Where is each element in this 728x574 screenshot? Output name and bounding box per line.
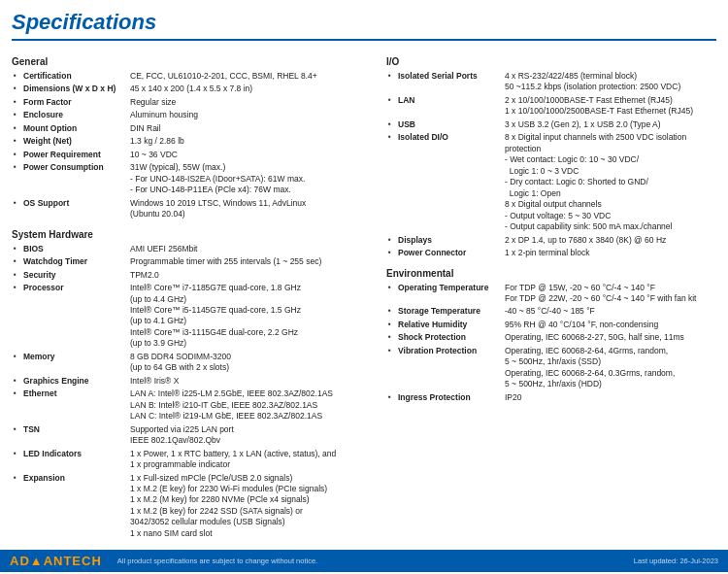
spec-value: 95% RH @ 40 °C/104 °F, non-condensing (503, 319, 716, 331)
bullet-icon: ▪ (12, 243, 21, 255)
bullet-icon: ▪ (386, 305, 396, 318)
section-environmental: Environmental (386, 268, 716, 279)
spec-row: ▪Isolated Serial Ports4 x RS-232/422/485… (386, 70, 716, 94)
bullet-icon: ▪ (12, 351, 21, 375)
spec-row: ▪TSNSupported via i225 LAN port IEEE 802… (12, 423, 371, 448)
spec-row: ▪Vibration ProtectionOperating, IEC 6006… (386, 345, 716, 391)
spec-label: Form Factor (21, 96, 128, 109)
spec-label: Expansion (21, 472, 128, 541)
environmental-table: ▪Operating TemperatureFor TDP @ 15W, -20… (386, 282, 716, 405)
spec-row: ▪Ingress ProtectionIP20 (386, 391, 716, 404)
spec-label: Dimensions (W x D x H) (21, 83, 128, 95)
main-content: General ▪CertificationCE, FCC, UL61010-2… (12, 49, 716, 540)
bullet-icon: ▪ (386, 282, 396, 306)
spec-row: ▪LAN2 x 10/100/1000BASE-T Fast Ethernet … (386, 94, 716, 118)
spec-label: Security (21, 269, 128, 282)
spec-row: ▪EnclosureAluminum housing (12, 109, 371, 121)
spec-label: Watchdog Timer (21, 255, 128, 268)
spec-row: ▪Isolated DI/O8 x Digital input channels… (386, 131, 716, 233)
spec-label: Memory (21, 351, 128, 375)
spec-label: Graphics Engine (21, 375, 128, 388)
page-container: Specifications General ▪CertificationCE,… (0, 0, 728, 540)
bullet-icon: ▪ (12, 448, 21, 472)
spec-value: 3 x USB 3.2 (Gen 2), 1 x USB 2.0 (Type A… (503, 118, 716, 131)
spec-label: Operating Temperature (396, 282, 503, 306)
bullet-icon: ▪ (12, 388, 21, 422)
bullet-icon: ▪ (12, 375, 21, 388)
section-io: I/O (386, 56, 716, 67)
spec-label: Isolated DI/O (396, 131, 503, 233)
spec-value: 1 x Power, 1 x RTC battery, 1 x LAN (act… (128, 448, 371, 472)
spec-label: Mount Option (21, 122, 128, 135)
spec-value: 2 x 10/100/1000BASE-T Fast Ethernet (RJ4… (503, 94, 716, 118)
spec-label: Power Connector (396, 247, 503, 259)
spec-label: Weight (Net) (21, 135, 128, 148)
spec-label: Isolated Serial Ports (396, 70, 503, 94)
spec-value: 1 x 2-pin terminal block (503, 247, 716, 259)
footer-logo: AD▲ANTECH (10, 554, 102, 568)
footer-note: All product specifications are subject t… (108, 557, 634, 565)
spec-label: Relative Humidity (396, 319, 503, 331)
bullet-icon: ▪ (386, 331, 396, 344)
spec-label: Shock Protection (396, 331, 503, 344)
spec-label: Power Consumption (21, 161, 128, 196)
spec-value: 1 x Full-sized mPCle (PCle/USB 2.0 signa… (128, 472, 371, 541)
spec-label: USB (396, 118, 503, 131)
system-hardware-table: ▪BIOSAMI UEFI 256Mbit▪Watchdog TimerProg… (12, 243, 371, 541)
footer-logo-brand: ▲ (30, 554, 44, 568)
spec-label: BIOS (21, 243, 128, 255)
spec-row: ▪BIOSAMI UEFI 256Mbit (12, 243, 371, 255)
spec-row: ▪Storage Temperature-40 ~ 85 °C/-40 ~ 18… (386, 305, 716, 318)
io-table: ▪Isolated Serial Ports4 x RS-232/422/485… (386, 70, 716, 260)
bullet-icon: ▪ (12, 255, 21, 268)
bullet-icon: ▪ (386, 94, 396, 118)
spec-value: For TDP @ 15W, -20 ~ 60 °C/-4 ~ 140 °F F… (503, 282, 716, 306)
spec-row: ▪Relative Humidity95% RH @ 40 °C/104 °F,… (386, 319, 716, 331)
bullet-icon: ▪ (386, 70, 396, 94)
spec-label: Ethernet (21, 388, 128, 422)
os-support-table: ▪ OS Support Windows 10 2019 LTSC, Windo… (12, 197, 371, 221)
spec-row: ▪LED Indicators1 x Power, 1 x RTC batter… (12, 448, 371, 472)
spec-label: Storage Temperature (396, 305, 503, 318)
bullet-icon: ▪ (386, 118, 396, 131)
os-support-label: OS Support (21, 197, 128, 221)
spec-label: Vibration Protection (396, 345, 503, 391)
spec-row: ▪Power Consumption31W (typical), 55W (ma… (12, 161, 371, 196)
os-support-value: Windows 10 2019 LTSC, Windows 11, AdvLin… (128, 197, 371, 221)
os-support-row: ▪ OS Support Windows 10 2019 LTSC, Windo… (12, 197, 371, 221)
spec-value: Operating, IEC 60068-2-27, 50G, half sin… (503, 331, 716, 344)
spec-row: ▪Watchdog TimerProgrammable timer with 2… (12, 255, 371, 268)
spec-value: 45 x 140 x 200 (1.4 x 5.5 x 7.8 in) (128, 83, 371, 95)
bullet-icon: ▪ (12, 83, 21, 95)
spec-value: -40 ~ 85 °C/-40 ~ 185 °F (503, 305, 716, 318)
spec-value: AMI UEFI 256Mbit (128, 243, 371, 255)
bullet-icon: ▪ (12, 122, 21, 135)
bullet-icon: ▪ (386, 391, 396, 404)
spec-value: CE, FCC, UL61010-2-201, CCC, BSMI, RHEL … (128, 70, 371, 83)
spec-row: ▪CertificationCE, FCC, UL61010-2-201, CC… (12, 70, 371, 83)
footer: AD▲ANTECH All product specifications are… (0, 550, 728, 572)
spec-row: ▪Power Connector1 x 2-pin terminal block (386, 247, 716, 259)
spec-value: 4 x RS-232/422/485 (terminal block) 50 ~… (503, 70, 716, 94)
spec-value: Intel® Iris® X (128, 375, 371, 388)
spec-value: IP20 (503, 391, 716, 404)
bullet-icon: ▪ (386, 319, 396, 331)
spec-value: TPM2.0 (128, 269, 371, 282)
left-column: General ▪CertificationCE, FCC, UL61010-2… (12, 49, 371, 540)
bullet-icon: ▪ (12, 96, 21, 109)
spec-value: Regular size (128, 96, 371, 109)
spec-label: Enclosure (21, 109, 128, 121)
spec-value: Supported via i225 LAN port IEEE 802.1Qa… (128, 423, 371, 448)
footer-logo-prefix: AD (10, 554, 30, 568)
spec-label: Processor (21, 282, 128, 351)
spec-value: DIN Rail (128, 122, 371, 135)
spec-value: Operating, IEC 60068-2-64, 4Grms, random… (503, 345, 716, 391)
bullet-icon: ▪ (12, 282, 21, 351)
spec-value: 10 ~ 36 VDC (128, 149, 371, 161)
spec-row: ▪Form FactorRegular size (12, 96, 371, 109)
spec-value: 31W (typical), 55W (max.) - For UNO-148-… (128, 161, 371, 196)
section-general: General (12, 56, 371, 67)
right-column: I/O ▪Isolated Serial Ports4 x RS-232/422… (386, 49, 716, 540)
spec-label: LAN (396, 94, 503, 118)
spec-value: 1.3 kg / 2.86 lb (128, 135, 371, 148)
